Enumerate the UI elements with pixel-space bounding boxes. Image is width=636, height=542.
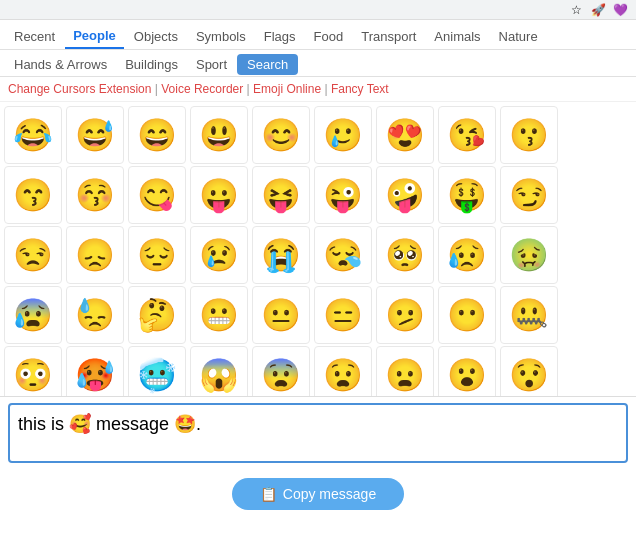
copy-message-label: Copy message xyxy=(283,486,376,502)
emoji-cell[interactable]: 😱 xyxy=(190,346,248,397)
emoji-cell[interactable]: 😋 xyxy=(128,166,186,224)
rocket-icon[interactable]: 🚀 xyxy=(590,2,606,18)
emoji-cell[interactable]: 😧 xyxy=(314,346,372,397)
extension-icon[interactable]: 💜 xyxy=(612,2,628,18)
message-area: this is 🥰 message 🤩. xyxy=(0,397,636,472)
emoji-cell[interactable]: 😑 xyxy=(314,286,372,344)
emoji-cell[interactable]: 😗 xyxy=(500,106,558,164)
tab-symbols[interactable]: Symbols xyxy=(188,25,254,48)
emoji-cell[interactable]: 😐 xyxy=(252,286,310,344)
tab-search[interactable]: Search xyxy=(237,54,298,75)
link-change-cursors[interactable]: Change Cursors Extension xyxy=(8,82,151,96)
emoji-cell[interactable]: 😮 xyxy=(438,346,496,397)
emoji-cell[interactable]: 🥶 xyxy=(128,346,186,397)
emoji-cell[interactable]: 😭 xyxy=(252,226,310,284)
emoji-cell[interactable]: 😦 xyxy=(376,346,434,397)
tab-people[interactable]: People xyxy=(65,24,124,49)
emoji-cell[interactable]: 🤐 xyxy=(500,286,558,344)
tab-buildings[interactable]: Buildings xyxy=(117,53,186,76)
emoji-cell[interactable]: 😂 xyxy=(4,106,62,164)
emoji-cell[interactable]: 😥 xyxy=(438,226,496,284)
emoji-cell[interactable]: 😊 xyxy=(252,106,310,164)
emoji-cell[interactable]: 😄 xyxy=(128,106,186,164)
link-emoji-online[interactable]: Emoji Online xyxy=(253,82,321,96)
star-icon[interactable]: ☆ xyxy=(568,2,584,18)
emoji-cell[interactable]: 😳 xyxy=(4,346,62,397)
copy-icon: 📋 xyxy=(260,486,277,502)
chrome-bar: ☆ 🚀 💜 xyxy=(0,0,636,20)
nav-row1: Recent People Objects Symbols Flags Food… xyxy=(0,20,636,50)
chrome-icons: ☆ 🚀 💜 xyxy=(568,2,628,18)
emoji-cell[interactable]: 😝 xyxy=(252,166,310,224)
links-row: Change Cursors Extension | Voice Recorde… xyxy=(0,77,636,102)
tab-objects[interactable]: Objects xyxy=(126,25,186,48)
emoji-cell[interactable]: 😞 xyxy=(66,226,124,284)
emoji-cell[interactable]: 😓 xyxy=(66,286,124,344)
emoji-cell[interactable]: 😢 xyxy=(190,226,248,284)
tab-sport[interactable]: Sport xyxy=(188,53,235,76)
link-fancy-text[interactable]: Fancy Text xyxy=(331,82,389,96)
tab-nature[interactable]: Nature xyxy=(491,25,546,48)
emoji-cell[interactable]: 😏 xyxy=(500,166,558,224)
tab-transport[interactable]: Transport xyxy=(353,25,424,48)
emoji-cell[interactable]: 😜 xyxy=(314,166,372,224)
emoji-cell[interactable]: 🥺 xyxy=(376,226,434,284)
emoji-cell[interactable]: 😙 xyxy=(4,166,62,224)
emoji-cell[interactable]: 😔 xyxy=(128,226,186,284)
tab-recent[interactable]: Recent xyxy=(6,25,63,48)
tab-flags[interactable]: Flags xyxy=(256,25,304,48)
copy-message-button[interactable]: 📋 Copy message xyxy=(232,478,404,510)
emoji-cell[interactable]: 🤑 xyxy=(438,166,496,224)
emoji-cell[interactable]: 😯 xyxy=(500,346,558,397)
emoji-cell[interactable]: 😚 xyxy=(66,166,124,224)
tab-food[interactable]: Food xyxy=(306,25,352,48)
emoji-cell[interactable]: 🥵 xyxy=(66,346,124,397)
emoji-cell[interactable]: 😛 xyxy=(190,166,248,224)
emoji-cell[interactable]: 🫤 xyxy=(376,286,434,344)
copy-button-row: 📋 Copy message xyxy=(0,472,636,518)
emoji-cell[interactable]: 🤢 xyxy=(500,226,558,284)
emoji-cell[interactable]: 😨 xyxy=(252,346,310,397)
tab-hands-arrows[interactable]: Hands & Arrows xyxy=(6,53,115,76)
emoji-cell[interactable]: 😃 xyxy=(190,106,248,164)
emoji-cell[interactable]: 😘 xyxy=(438,106,496,164)
nav-row2: Hands & Arrows Buildings Sport Search xyxy=(0,50,636,77)
emoji-container[interactable]: 😂😅😄😃😊🥲😍😘😗😙😚😋😛😝😜🤪🤑😏😒😞😔😢😭😪🥺😥🤢😰😓🤔😬😐😑🫤😶🤐😳🥵🥶😱… xyxy=(0,102,636,397)
emoji-cell[interactable]: 😅 xyxy=(66,106,124,164)
emoji-grid: 😂😅😄😃😊🥲😍😘😗😙😚😋😛😝😜🤪🤑😏😒😞😔😢😭😪🥺😥🤢😰😓🤔😬😐😑🫤😶🤐😳🥵🥶😱… xyxy=(4,106,632,397)
emoji-cell[interactable]: 🤔 xyxy=(128,286,186,344)
tab-animals[interactable]: Animals xyxy=(426,25,488,48)
emoji-cell[interactable]: 😒 xyxy=(4,226,62,284)
emoji-cell[interactable]: 😬 xyxy=(190,286,248,344)
emoji-cell[interactable]: 🥲 xyxy=(314,106,372,164)
emoji-cell[interactable]: 😶 xyxy=(438,286,496,344)
emoji-cell[interactable]: 😪 xyxy=(314,226,372,284)
link-voice-recorder[interactable]: Voice Recorder xyxy=(161,82,243,96)
emoji-cell[interactable]: 😍 xyxy=(376,106,434,164)
message-input[interactable]: this is 🥰 message 🤩. xyxy=(8,403,628,463)
emoji-cell[interactable]: 🤪 xyxy=(376,166,434,224)
emoji-cell[interactable]: 😰 xyxy=(4,286,62,344)
